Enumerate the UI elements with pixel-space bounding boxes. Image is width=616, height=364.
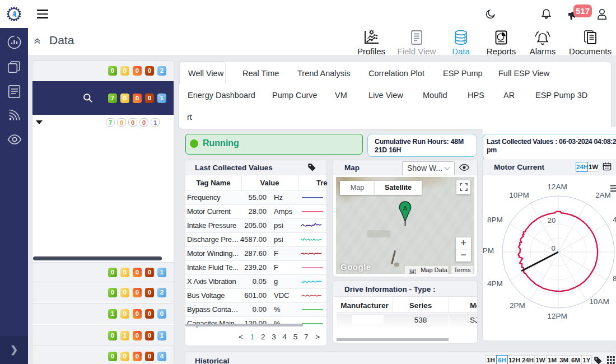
svg-text:4PM: 4PM	[487, 279, 503, 288]
svg-text:12PM: 12PM	[547, 312, 567, 320]
svg-text:A: A	[403, 205, 408, 212]
svg-text:12AM: 12AM	[547, 183, 567, 191]
svg-text:4AM: 4AM	[613, 216, 616, 224]
svg-text:8PM: 8PM	[487, 216, 503, 224]
svg-text:8AM: 8AM	[613, 274, 616, 283]
svg-text:10AM: 10AM	[589, 297, 609, 306]
svg-text:0: 0	[551, 244, 555, 253]
svg-text:10PM: 10PM	[509, 191, 529, 199]
svg-text:6PM: 6PM	[483, 246, 494, 255]
svg-text:2AM: 2AM	[595, 191, 611, 199]
svg-text:2PM: 2PM	[510, 301, 525, 310]
svg-text:20: 20	[548, 216, 556, 225]
